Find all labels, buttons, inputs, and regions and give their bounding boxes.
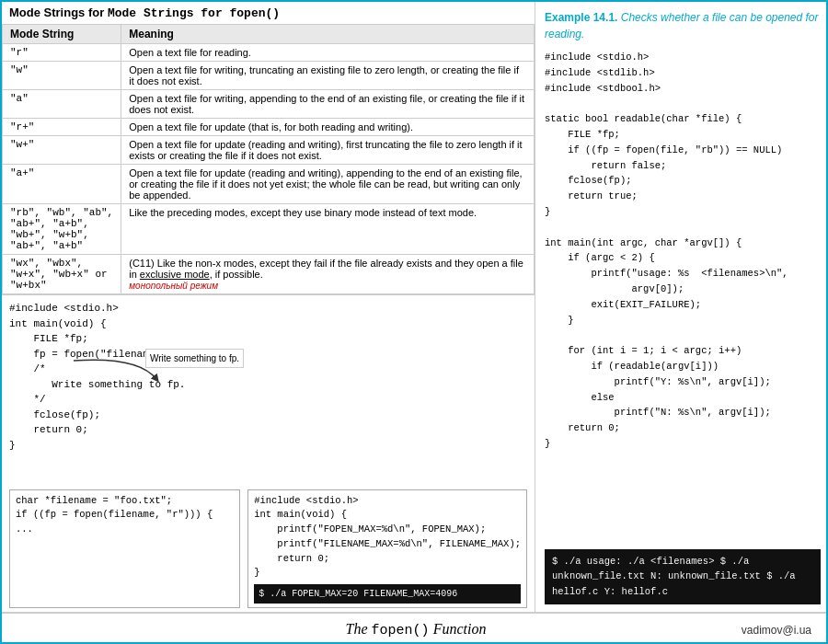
table-row: "rb", "wb", "ab", "ab+", "a+b", "wb+", "… [3, 204, 535, 255]
table-row: "a"Open a text file for writing, appendi… [3, 90, 535, 119]
col-meaning-header: Meaning [121, 25, 535, 44]
col-mode-header: Mode String [3, 25, 121, 44]
meaning-cell: Open a text file for reading. [121, 44, 535, 62]
table-row: "a+"Open a text file for update (reading… [3, 165, 535, 204]
table-row: "wx", "wbx", "w+x", "wb+x" or "w+bx"(C11… [3, 255, 535, 294]
mode-cell: "w" [3, 62, 121, 90]
mode-table: Mode String Meaning "r"Open a text file … [2, 24, 535, 294]
mode-cell: "a+" [3, 165, 121, 204]
main-container: Mode Strings for Mode Strings for fopen(… [2, 2, 828, 644]
bottom-bar: The fopen() Function vadimov@i.ua [2, 613, 828, 644]
table-row: "r+"Open a text file for update (that is… [3, 119, 535, 136]
mode-cell: "w+" [3, 136, 121, 165]
mode-cell: "r" [3, 44, 121, 62]
meaning-cell: Like the preceding modes, except they us… [121, 204, 535, 255]
bottom-right-terminal: $ ./a FOPEN_MAX=20 FILENAME_MAX=4096 [254, 584, 521, 604]
bottom-code-right-box: #include <stdio.h> int main(void) { prin… [247, 489, 527, 609]
table-row: "w+"Open a text file for update (reading… [3, 136, 535, 165]
table-section: Mode Strings for Mode Strings for fopen(… [2, 2, 535, 295]
top-section: Mode Strings for Mode Strings for fopen(… [2, 2, 828, 613]
mode-cell: "r+" [3, 119, 121, 136]
bottom-code-right-text: #include <stdio.h> int main(void) { prin… [254, 494, 521, 581]
mode-cell: "rb", "wb", "ab", "ab+", "a+b", "wb+", "… [3, 204, 121, 255]
left-panel: Mode Strings for Mode Strings for fopen(… [2, 2, 535, 612]
bottom-code-left-box: char *filename = "foo.txt"; if ((fp = fo… [9, 489, 240, 609]
bottom-email: vadimov@i.ua [701, 624, 811, 637]
main-code-block: #include <stdio.h> int main(void) { FILE… [9, 301, 527, 480]
example-number: Example 14.1. [545, 11, 617, 24]
mode-cell: "a" [3, 90, 121, 119]
bottom-title: The fopen() Function [131, 621, 701, 638]
table-title-code: Mode Strings for fopen() [108, 6, 280, 20]
table-row: "w"Open a text file for writing, truncat… [3, 62, 535, 90]
table-row: "r"Open a text file for reading. [3, 44, 535, 62]
bottom-func-name: fopen() [372, 623, 430, 638]
example-title: Example 14.1. Checks whether a file can … [545, 9, 821, 42]
code-section: #include <stdio.h> int main(void) { FILE… [2, 295, 535, 486]
meaning-cell: Open a text file for update (reading and… [121, 165, 535, 204]
meaning-cell: Open a text file for writing, appending … [121, 90, 535, 119]
table-title: Mode Strings for Mode Strings for fopen(… [2, 2, 535, 24]
bottom-code-left-text: char *filename = "foo.txt"; if ((fp = fo… [16, 494, 234, 537]
annotation-text: Write something to fp. [145, 349, 244, 368]
meaning-cell: Open a text file for writing, truncating… [121, 62, 535, 90]
meaning-cell: (C11) Like the non-x modes, except they … [121, 255, 535, 294]
meaning-cell: Open a text file for update (that is, fo… [121, 119, 535, 136]
bottom-code-area: char *filename = "foo.txt"; if ((fp = fo… [2, 486, 535, 613]
right-code-block: #include <stdio.h> #include <stdlib.h> #… [545, 50, 821, 542]
mode-cell: "wx", "wbx", "w+x", "wb+x" or "w+bx" [3, 255, 121, 294]
meaning-cell: Open a text file for update (reading and… [121, 136, 535, 165]
right-panel: Example 14.1. Checks whether a file can … [535, 2, 828, 612]
right-terminal: $ ./a usage: ./a <filenames> $ ./a unkno… [545, 549, 821, 604]
